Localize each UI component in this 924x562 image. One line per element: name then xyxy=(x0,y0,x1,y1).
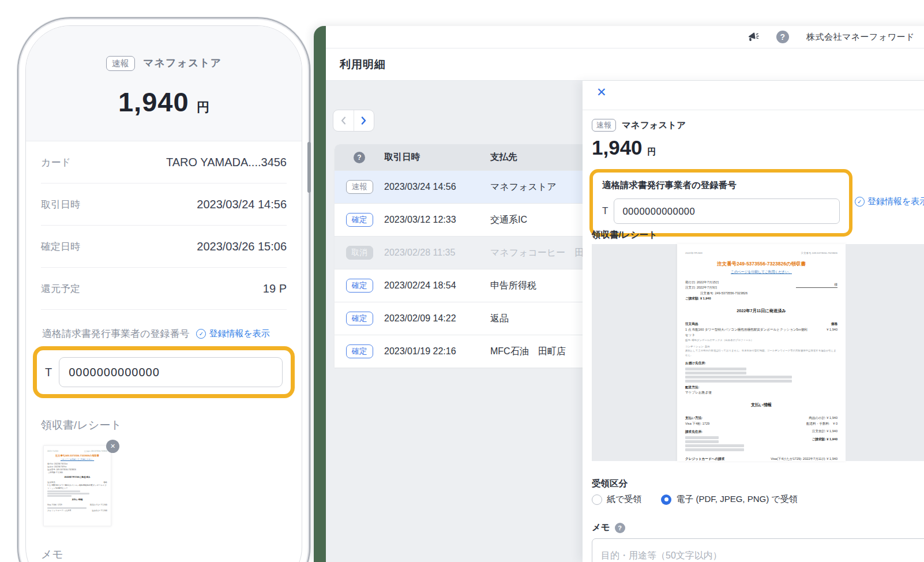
mini-receipt: 2022年7月26日注文番号 249-5373556-7323826 注文番号2… xyxy=(47,450,107,512)
divider xyxy=(583,110,924,110)
memo-label: メモ xyxy=(592,522,610,534)
status-badge: 取消 xyxy=(346,246,373,260)
receipt-thumbnail[interactable]: 2022年7月26日注文番号 249-5373556-7323826 注文番号2… xyxy=(43,445,111,526)
cell-datetime: 2023/03/12 12:33 xyxy=(384,215,490,225)
status-badge: 速報 xyxy=(346,180,373,194)
detail-label: カード xyxy=(41,156,71,169)
reception-type-options: 紙で受領 電子 (PDF, JPEG, PNG) で受領 xyxy=(592,494,798,505)
status-badge: 確定 xyxy=(346,213,373,227)
detail-row-card: カード TARO YAMADA....3456 xyxy=(41,141,287,183)
invoice-number-label: 適格請求書発行事業者の登録番号 xyxy=(42,327,189,340)
receipt-image[interactable]: 2022年7月26日注文番号 249-5373556-7323826 注文番号2… xyxy=(677,244,846,461)
cell-datetime: 2023/02/28 11:35 xyxy=(384,248,490,258)
remove-receipt-button[interactable]: ✕ xyxy=(106,440,119,453)
detail-value: 19 P xyxy=(263,282,287,295)
radio-label: 紙で受領 xyxy=(607,494,641,505)
invoice-number-section: 適格請求書発行事業者の登録番号 ✓ 登録情報を表示 T xyxy=(26,310,302,398)
detail-label: 還元予定 xyxy=(41,282,80,295)
company-name: 株式会社マネーフォワード xyxy=(806,32,915,43)
receipt-viewer: 2022年7月26日注文番号 249-5373556-7323826 注文番号2… xyxy=(592,244,924,461)
cell-datetime: 2023/01/19 22:16 xyxy=(384,346,490,357)
receipt-page-next[interactable] xyxy=(846,244,924,461)
phone-transaction-hero: 速報 マネフォストア 1,940 円 xyxy=(26,26,302,141)
radio-option-paper[interactable]: 紙で受領 xyxy=(592,494,641,505)
green-sidebar xyxy=(314,26,326,562)
reception-type-label: 受領区分 xyxy=(592,478,628,490)
invoice-number-highlight: T xyxy=(33,346,295,398)
radio-unselected-icon xyxy=(592,494,602,505)
status-badge: 確定 xyxy=(346,279,373,293)
memo-label-row: メモ ? xyxy=(592,522,625,534)
transaction-detail-panel: ✕ 速報 マネフォストア 1,940 円 適格請求書発行事業者の登録番号 T ✓… xyxy=(583,81,924,562)
radio-selected-icon xyxy=(661,494,671,505)
phone-mockup: 速報 マネフォストア 1,940 円 カード TARO YAMADA....34… xyxy=(17,17,310,562)
cell-datetime: 2023/03/24 14:56 xyxy=(384,182,490,192)
status-badge: 確定 xyxy=(346,344,373,359)
receipt-section-label: 領収書/レシート xyxy=(26,418,302,433)
phone-screen: 速報 マネフォストア 1,940 円 カード TARO YAMADA....34… xyxy=(25,25,302,562)
detail-value: TARO YAMADA....3456 xyxy=(166,156,287,169)
invoice-number-label: 適格請求書発行事業者の登録番号 xyxy=(602,179,840,192)
invoice-number-input[interactable] xyxy=(59,357,283,387)
phone-side-button xyxy=(307,142,311,193)
currency-unit: 円 xyxy=(197,100,209,114)
show-registration-info-label: 登録情報を表示 xyxy=(209,328,269,339)
status-badge: 確定 xyxy=(346,312,373,326)
top-bar: ? 株式会社マネーフォワード xyxy=(326,26,924,48)
chevron-left-icon xyxy=(340,116,347,125)
receipt-section-label: 領収書/レシート xyxy=(592,229,658,241)
check-circle-icon: ✓ xyxy=(855,197,865,207)
close-icon: ✕ xyxy=(596,85,607,99)
close-panel-button[interactable]: ✕ xyxy=(596,85,607,99)
pagination-control xyxy=(333,110,374,132)
show-registration-info-link[interactable]: ✓ 登録情報を表示 xyxy=(855,196,924,207)
detail-row-points: 還元予定 19 P xyxy=(41,268,287,310)
announcements-button[interactable] xyxy=(748,32,759,42)
transaction-amount: 1,940 xyxy=(592,136,643,159)
receipt-thumbnail-wrap: 2022年7月26日注文番号 249-5373556-7323826 注文番号2… xyxy=(43,445,112,526)
transaction-detail-list: カード TARO YAMADA....3456 取引日時 2023/03/24 … xyxy=(26,141,302,310)
check-circle-icon: ✓ xyxy=(196,329,206,339)
transaction-amount: 1,940 xyxy=(118,87,189,117)
status-badge: 速報 xyxy=(592,119,616,132)
cell-datetime: 2023/02/09 14:22 xyxy=(384,313,490,324)
status-badge: 速報 xyxy=(106,56,135,71)
detail-value: 2023/03/24 14:56 xyxy=(197,198,287,211)
close-icon: ✕ xyxy=(110,443,115,450)
desktop-window: ? 株式会社マネーフォワード 利用明細 ? 取引日時 支払先 速報 2023/0… xyxy=(314,26,924,562)
detail-label: 確定日時 xyxy=(41,240,80,253)
currency-unit: 円 xyxy=(647,147,656,156)
radio-option-digital[interactable]: 電子 (PDF, JPEG, PNG) で受領 xyxy=(661,494,797,505)
merchant-name: マネフォストア xyxy=(143,57,221,69)
merchant-name: マネフォストア xyxy=(622,119,686,132)
memo-help-icon[interactable]: ? xyxy=(615,523,625,533)
status-help-icon[interactable]: ? xyxy=(354,152,365,163)
detail-row-transaction-date: 取引日時 2023/03/24 14:56 xyxy=(41,183,287,226)
invoice-number-input[interactable] xyxy=(614,198,840,224)
invoice-prefix: T xyxy=(602,205,608,217)
page-title: 利用明細 xyxy=(340,57,386,72)
chevron-right-icon xyxy=(360,116,367,125)
receipt-document: 2022年7月26日注文番号 249-5373556-7323826 注文番号2… xyxy=(685,251,837,461)
show-registration-info-link[interactable]: ✓ 登録情報を表示 xyxy=(196,328,269,339)
cell-datetime: 2023/02/24 18:54 xyxy=(384,280,490,291)
next-page-button[interactable] xyxy=(354,110,374,131)
prev-page-button[interactable] xyxy=(333,110,354,131)
radio-label: 電子 (PDF, JPEG, PNG) で受領 xyxy=(676,494,797,505)
page-title-bar: 利用明細 xyxy=(326,48,924,81)
detail-value: 2023/03/26 15:06 xyxy=(197,240,287,253)
question-icon: ? xyxy=(776,31,789,43)
memo-label: メモ xyxy=(26,547,302,562)
invoice-number-highlight: 適格請求書発行事業者の登録番号 T xyxy=(589,169,852,237)
help-button[interactable]: ? xyxy=(776,31,789,43)
megaphone-icon xyxy=(748,32,759,42)
invoice-prefix: T xyxy=(45,366,52,379)
column-header-datetime: 取引日時 xyxy=(384,151,490,163)
show-registration-info-label: 登録情報を表示 xyxy=(867,196,924,207)
memo-input[interactable] xyxy=(592,538,924,562)
receipt-page-previous[interactable] xyxy=(592,244,677,461)
detail-row-confirmed-date: 確定日時 2023/03/26 15:06 xyxy=(41,226,287,268)
detail-label: 取引日時 xyxy=(41,198,80,211)
